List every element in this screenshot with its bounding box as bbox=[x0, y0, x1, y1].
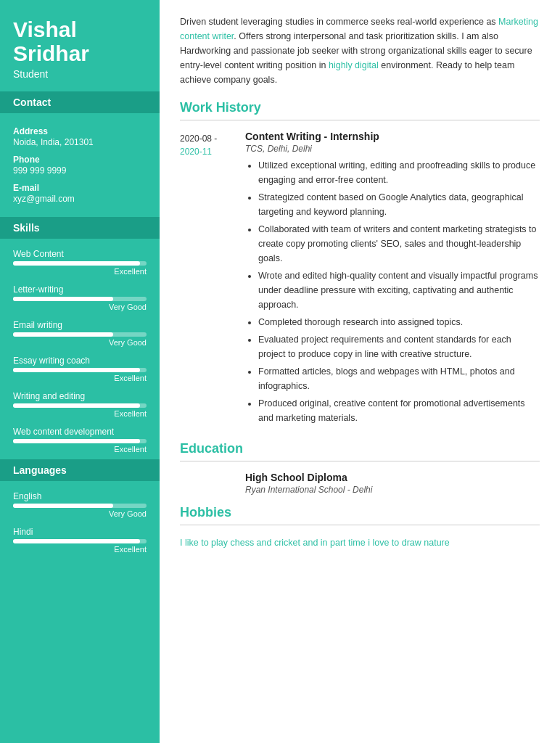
work-date-start: 2020-08 - bbox=[180, 134, 217, 144]
skill-bar-fill bbox=[13, 439, 140, 443]
work-bullet: Formatted articles, blogs and webpages w… bbox=[258, 364, 540, 393]
work-bullets-list: Utilized exceptional writing, editing an… bbox=[245, 158, 540, 425]
skill-bar-bg bbox=[13, 368, 147, 372]
languages-section-title: Languages bbox=[0, 459, 160, 481]
skill-level: Very Good bbox=[13, 338, 147, 347]
skill-name: Letter-writing bbox=[13, 284, 147, 295]
education-divider bbox=[180, 461, 540, 461]
work-company: TCS, Delhi, Delhi bbox=[245, 144, 540, 154]
skill-bar-bg bbox=[13, 297, 147, 301]
skill-block: Email writing Very Good bbox=[0, 317, 160, 353]
edu-degree: High School Diploma bbox=[245, 472, 540, 483]
education-entry: High School Diploma Ryan International S… bbox=[180, 472, 540, 495]
email-value: xyz@gmail.com bbox=[13, 194, 147, 204]
work-bullet: Produced original, creative content for … bbox=[258, 396, 540, 425]
email-label: E-mail bbox=[13, 183, 147, 193]
skill-block: Essay writing coach Excellent bbox=[0, 353, 160, 388]
language-bar-bg bbox=[13, 504, 147, 508]
skill-bar-bg bbox=[13, 403, 147, 408]
digital-link[interactable]: highly digital bbox=[329, 60, 379, 70]
education-title: Education bbox=[180, 441, 540, 456]
skill-name: Email writing bbox=[13, 320, 147, 330]
work-history-divider bbox=[180, 120, 540, 120]
education-container: High School Diploma Ryan International S… bbox=[180, 472, 540, 495]
skill-block: Letter-writing Very Good bbox=[0, 282, 160, 317]
sidebar: Vishal Sridhar Student Contact Address N… bbox=[0, 0, 160, 743]
work-bullet: Evaluated project requirements and conte… bbox=[258, 332, 540, 361]
skills-section-title: Skills bbox=[0, 217, 160, 239]
skill-bar-fill bbox=[13, 368, 140, 372]
skill-block: Web Content Excellent bbox=[0, 246, 160, 282]
skill-name: Web content development bbox=[13, 427, 147, 437]
edu-dates bbox=[180, 472, 232, 495]
skill-level: Very Good bbox=[13, 303, 147, 311]
phone-value: 999 999 9999 bbox=[13, 165, 147, 176]
skill-bar-fill bbox=[13, 332, 113, 337]
work-details: Content Writing - Internship TCS, Delhi,… bbox=[245, 131, 540, 428]
skills-container: Web Content Excellent Letter-writing Ver… bbox=[0, 246, 160, 459]
skill-bar-fill bbox=[13, 261, 140, 266]
work-bullet: Wrote and edited high-quality content an… bbox=[258, 268, 540, 312]
work-history-title: Work History bbox=[180, 100, 540, 115]
language-bar-fill bbox=[13, 504, 113, 508]
work-dates: 2020-08 - 2020-11 bbox=[180, 131, 232, 428]
language-level: Excellent bbox=[13, 545, 147, 554]
hobbies-divider bbox=[180, 525, 540, 525]
work-entries-container: 2020-08 - 2020-11 Content Writing - Inte… bbox=[180, 131, 540, 428]
work-bullet: Collaborated with team of writers and co… bbox=[258, 222, 540, 266]
hobbies-text: I like to play chess and cricket and in … bbox=[180, 535, 540, 550]
language-name: Hindi bbox=[13, 527, 147, 537]
language-bar-bg bbox=[13, 539, 147, 543]
languages-container: English Very Good Hindi Excellent bbox=[0, 488, 160, 559]
skill-bar-bg bbox=[13, 439, 147, 443]
resume-container: Vishal Sridhar Student Contact Address N… bbox=[0, 0, 560, 743]
address-value: Noida, India, 201301 bbox=[13, 137, 147, 147]
candidate-role: Student bbox=[13, 68, 147, 80]
sidebar-name-block: Vishal Sridhar Student bbox=[0, 0, 160, 91]
work-title: Content Writing - Internship bbox=[245, 131, 540, 142]
hobbies-title: Hobbies bbox=[180, 505, 540, 520]
candidate-name: Vishal Sridhar bbox=[13, 17, 147, 65]
contact-block: Address Noida, India, 201301 Phone 999 9… bbox=[0, 120, 160, 217]
language-level: Very Good bbox=[13, 509, 147, 518]
work-bullet: Strategized content based on Google Anal… bbox=[258, 190, 540, 219]
skill-level: Excellent bbox=[13, 267, 147, 276]
skill-bar-fill bbox=[13, 297, 113, 301]
contact-section-title: Contact bbox=[0, 91, 160, 113]
skill-level: Excellent bbox=[13, 374, 147, 382]
phone-label: Phone bbox=[13, 155, 147, 165]
work-bullet: Completed thorough research into assigne… bbox=[258, 315, 540, 329]
skill-bar-bg bbox=[13, 332, 147, 337]
summary-text: Driven student leveraging studies in com… bbox=[180, 15, 540, 87]
skill-block: Writing and editing Excellent bbox=[0, 388, 160, 424]
skill-bar-bg bbox=[13, 261, 147, 266]
language-bar-fill bbox=[13, 539, 140, 543]
skill-name: Writing and editing bbox=[13, 391, 147, 401]
edu-school: Ryan International School - Delhi bbox=[245, 485, 540, 495]
skill-bar-fill bbox=[13, 403, 140, 408]
work-bullet: Utilized exceptional writing, editing an… bbox=[258, 158, 540, 187]
skill-level: Excellent bbox=[13, 409, 147, 418]
skill-level: Excellent bbox=[13, 445, 147, 453]
work-entry: 2020-08 - 2020-11 Content Writing - Inte… bbox=[180, 131, 540, 428]
language-name: English bbox=[13, 491, 147, 501]
main-content: Driven student leveraging studies in com… bbox=[160, 0, 560, 743]
language-block: English Very Good bbox=[0, 488, 160, 524]
skill-name: Essay writing coach bbox=[13, 356, 147, 366]
skill-name: Web Content bbox=[13, 249, 147, 259]
language-block: Hindi Excellent bbox=[0, 524, 160, 559]
skill-block: Web content development Excellent bbox=[0, 424, 160, 459]
work-date-end: 2020-11 bbox=[180, 147, 212, 157]
edu-details: High School Diploma Ryan International S… bbox=[245, 472, 540, 495]
address-label: Address bbox=[13, 126, 147, 136]
